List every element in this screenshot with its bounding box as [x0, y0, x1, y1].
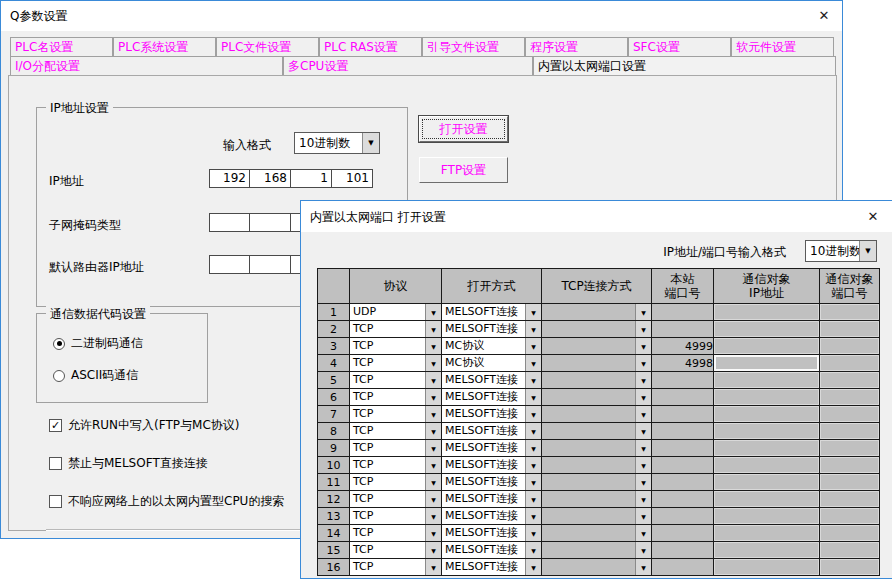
local-port-cell[interactable]: [652, 525, 714, 542]
protocol-select[interactable]: TCP▼: [350, 372, 442, 389]
ip-octet-3[interactable]: 1: [291, 169, 332, 188]
open-method-select[interactable]: MELSOFT连接▼: [442, 559, 542, 576]
tab-0[interactable]: PLC名设置: [10, 37, 113, 56]
local-port-cell[interactable]: [652, 491, 714, 508]
target-port-cell[interactable]: [820, 423, 880, 440]
tab-3[interactable]: PLC RAS设置: [319, 37, 422, 56]
chevron-down-icon[interactable]: ▼: [425, 321, 441, 337]
enable-run-write-checkbox[interactable]: ✓ 允许RUN中写入(FTP与MC协议): [49, 417, 239, 434]
tcp-connection-select[interactable]: ▼: [542, 355, 652, 372]
ip-octet-1[interactable]: 192: [209, 169, 250, 188]
chevron-down-icon[interactable]: ▼: [425, 440, 441, 456]
local-port-cell[interactable]: 4999: [652, 338, 714, 355]
chevron-down-icon[interactable]: ▼: [635, 440, 651, 456]
open-method-select[interactable]: MELSOFT连接▼: [442, 491, 542, 508]
router-octet-1[interactable]: [209, 255, 250, 274]
checkbox-checked-icon[interactable]: ✓: [49, 419, 62, 432]
open-method-select[interactable]: MELSOFT连接▼: [442, 457, 542, 474]
open-method-select[interactable]: MELSOFT连接▼: [442, 304, 542, 321]
target-port-cell[interactable]: [820, 440, 880, 457]
local-port-cell[interactable]: [652, 559, 714, 576]
ftp-settings-button[interactable]: FTP设置: [419, 157, 508, 183]
local-port-cell[interactable]: [652, 508, 714, 525]
tab-5[interactable]: 程序设置: [525, 37, 628, 56]
target-ip-cell[interactable]: [714, 525, 820, 542]
tcp-connection-select[interactable]: ▼: [542, 389, 652, 406]
chevron-down-icon[interactable]: ▼: [525, 423, 541, 439]
target-ip-cell[interactable]: [714, 491, 820, 508]
chevron-down-icon[interactable]: ▼: [425, 525, 441, 541]
local-port-cell[interactable]: [652, 542, 714, 559]
chevron-down-icon[interactable]: ▼: [525, 406, 541, 422]
ip-octet-2[interactable]: 168: [250, 169, 291, 188]
local-port-cell[interactable]: [652, 304, 714, 321]
protocol-select[interactable]: TCP▼: [350, 508, 442, 525]
chevron-down-icon[interactable]: ▼: [525, 491, 541, 507]
open-method-select[interactable]: MELSOFT连接▼: [442, 321, 542, 338]
protocol-select[interactable]: TCP▼: [350, 474, 442, 491]
tab-row2-0[interactable]: I/O分配设置: [10, 56, 283, 75]
protocol-select[interactable]: TCP▼: [350, 440, 442, 457]
target-ip-cell[interactable]: [714, 406, 820, 423]
subnet-octet-2[interactable]: [250, 213, 291, 232]
tab-2[interactable]: PLC文件设置: [216, 37, 319, 56]
target-ip-cell[interactable]: [714, 355, 820, 372]
target-port-cell[interactable]: [820, 406, 880, 423]
chevron-down-icon[interactable]: ▼: [425, 474, 441, 490]
target-ip-cell[interactable]: [714, 372, 820, 389]
chevron-down-icon[interactable]: ▼: [635, 389, 651, 405]
protocol-select[interactable]: TCP▼: [350, 355, 442, 372]
subnet-octet-1[interactable]: [209, 213, 250, 232]
close-icon[interactable]: ✕: [808, 4, 840, 28]
chevron-down-icon[interactable]: ▼: [425, 389, 441, 405]
chevron-down-icon[interactable]: ▼: [425, 542, 441, 558]
chevron-down-icon[interactable]: ▼: [525, 389, 541, 405]
target-port-cell[interactable]: [820, 491, 880, 508]
chevron-down-icon[interactable]: ▼: [525, 321, 541, 337]
router-octet-2[interactable]: [250, 255, 291, 274]
target-ip-cell[interactable]: [714, 338, 820, 355]
ip-octet-4[interactable]: 101: [332, 169, 373, 188]
chevron-down-icon[interactable]: ▼: [859, 241, 876, 261]
chevron-down-icon[interactable]: ▼: [425, 338, 441, 354]
tab-4[interactable]: 引导文件设置: [422, 37, 525, 56]
protocol-select[interactable]: TCP▼: [350, 542, 442, 559]
no-response-search-checkbox[interactable]: 不响应网络上的以太网内置型CPU的搜索: [49, 493, 284, 510]
chevron-down-icon[interactable]: ▼: [635, 321, 651, 337]
target-ip-cell[interactable]: [714, 542, 820, 559]
chevron-down-icon[interactable]: ▼: [635, 304, 651, 320]
tcp-connection-select[interactable]: ▼: [542, 508, 652, 525]
target-port-cell[interactable]: [820, 338, 880, 355]
tcp-connection-select[interactable]: ▼: [542, 457, 652, 474]
chevron-down-icon[interactable]: ▼: [635, 525, 651, 541]
chevron-down-icon[interactable]: ▼: [525, 304, 541, 320]
tab-1[interactable]: PLC系统设置: [113, 37, 216, 56]
open-method-select[interactable]: MELSOFT连接▼: [442, 406, 542, 423]
chevron-down-icon[interactable]: ▼: [635, 559, 651, 575]
chevron-down-icon[interactable]: ▼: [425, 372, 441, 388]
open-method-select[interactable]: MC协议▼: [442, 338, 542, 355]
tcp-connection-select[interactable]: ▼: [542, 372, 652, 389]
target-port-cell[interactable]: [820, 559, 880, 576]
chevron-down-icon[interactable]: ▼: [635, 406, 651, 422]
chevron-down-icon[interactable]: ▼: [525, 440, 541, 456]
tab-6[interactable]: SFC设置: [628, 37, 731, 56]
target-ip-cell[interactable]: [714, 423, 820, 440]
protocol-select[interactable]: UDP▼: [350, 304, 442, 321]
checkbox-unchecked-icon[interactable]: [49, 457, 62, 470]
chevron-down-icon[interactable]: ▼: [525, 559, 541, 575]
chevron-down-icon[interactable]: ▼: [425, 491, 441, 507]
ascii-code-radio[interactable]: ASCII码通信: [53, 367, 138, 384]
tab-row2-2[interactable]: 内置以太网端口设置: [533, 56, 836, 75]
radio-unselected-icon[interactable]: [53, 370, 65, 382]
chevron-down-icon[interactable]: ▼: [635, 491, 651, 507]
chevron-down-icon[interactable]: ▼: [635, 542, 651, 558]
binary-code-radio[interactable]: 二进制码通信: [53, 335, 143, 352]
tcp-connection-select[interactable]: ▼: [542, 491, 652, 508]
local-port-cell[interactable]: 4998: [652, 355, 714, 372]
protocol-select[interactable]: TCP▼: [350, 559, 442, 576]
protocol-select[interactable]: TCP▼: [350, 423, 442, 440]
tcp-connection-select[interactable]: ▼: [542, 338, 652, 355]
chevron-down-icon[interactable]: ▼: [635, 372, 651, 388]
radio-selected-icon[interactable]: [53, 338, 65, 350]
